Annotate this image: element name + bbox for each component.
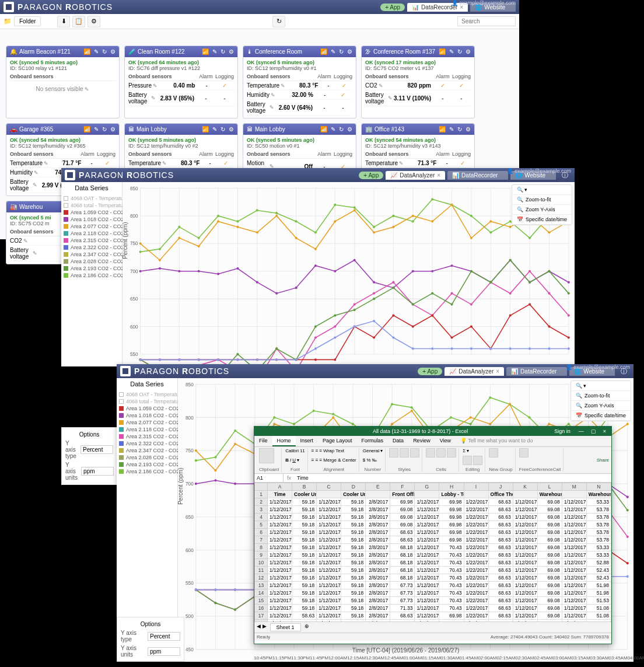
cell-styles-icon[interactable] (410, 448, 419, 458)
zoom-y-button[interactable]: 🔍 Zoom Y-Axis (512, 205, 572, 215)
excel-tab[interactable]: Insert (296, 436, 318, 446)
series-item[interactable]: Area 2.347 CO2 - CO2 (119, 447, 175, 454)
gear-icon[interactable]: ⚙ (466, 48, 471, 55)
gear-icon[interactable]: ⚙ (229, 126, 234, 132)
excel-signin[interactable]: Sign in (550, 428, 575, 434)
series-item[interactable]: Area 2.322 CO2 - CO2 (119, 440, 175, 447)
tool-dropdown[interactable]: 🔍 ▾ (512, 185, 572, 195)
excel-grid[interactable]: ABCDEFGHIJKLMN1TimeCooler Units 4:TimeCo… (254, 483, 611, 621)
format-icon[interactable] (447, 448, 456, 458)
paste-icon[interactable] (259, 448, 274, 463)
specific-datetime-button[interactable]: 📅 Specific date/time (571, 411, 631, 421)
zoom-y-button[interactable]: 🔍 Zoom Y-Axis (571, 401, 631, 411)
series-item[interactable]: Area 2.347 CO2 - CO2 (64, 251, 120, 258)
share-button[interactable]: Share (597, 458, 609, 463)
pencil-icon[interactable]: ✎ (449, 126, 454, 132)
formula-value[interactable]: Time (295, 474, 611, 482)
sheet-nav[interactable]: ◀ ▶ (257, 623, 267, 631)
pencil-icon[interactable]: ✎ (331, 48, 335, 55)
excel-tab[interactable]: Formulas (357, 436, 388, 446)
fx-icon[interactable]: fx (284, 474, 295, 482)
series-item[interactable]: 4068 total - Temperature (64, 202, 120, 209)
zoom-fit-button[interactable]: 🔍 Zoom-to-fit (512, 195, 572, 205)
refresh-icon[interactable]: ↻ (339, 48, 344, 55)
series-item[interactable]: Area 2.315 CO2 - CO2 (64, 237, 120, 244)
series-item[interactable]: Area 1.059 CO2 - CO2 (64, 209, 120, 216)
series-item[interactable]: Area 2.077 CO2 - CO2 (119, 419, 175, 426)
pencil-icon[interactable]: ✎ (162, 160, 167, 166)
tab-datarecorder[interactable]: 📊 DataRecorder × (447, 171, 508, 180)
pencil-icon[interactable]: ✎ (34, 170, 38, 176)
fmt-table-icon[interactable] (400, 448, 409, 458)
excel-tab[interactable]: Home (272, 436, 296, 446)
specific-datetime-button[interactable]: 📅 Specific date/time (512, 215, 572, 225)
gear-icon[interactable]: ⚙ (347, 48, 352, 55)
series-item[interactable]: Area 2.077 CO2 - CO2 (64, 223, 120, 230)
pencil-icon[interactable]: ✎ (23, 238, 28, 244)
excel-titlebar[interactable]: All data (12-31-1969 to 2-8-2017) - Exce… (254, 427, 611, 436)
series-item[interactable]: Area 2.028 CO2 - CO2 (119, 454, 175, 461)
series-item[interactable]: 4068 OAT - Temperature (64, 195, 120, 202)
refresh-icon[interactable]: ↻ (102, 126, 107, 132)
sheet-tab[interactable]: Sheet 1 (270, 623, 301, 631)
pencil-icon[interactable]: ✎ (212, 126, 217, 132)
series-item[interactable]: Area 1.059 CO2 - CO2 (119, 405, 175, 412)
refresh-icon[interactable]: ↻ (220, 48, 225, 55)
pencil-icon[interactable]: ✎ (94, 126, 99, 132)
tell-me-input[interactable]: 💡 Tell me what you want to do (456, 436, 537, 446)
excel-tab[interactable]: Data (388, 436, 408, 446)
series-item[interactable]: Area 2.193 CO2 - CO2 (64, 265, 120, 272)
series-item[interactable]: Area 2.028 CO2 - CO2 (64, 258, 120, 265)
refresh-icon[interactable]: ↻ (220, 126, 225, 132)
delete-icon[interactable] (436, 448, 446, 458)
gear-icon[interactable]: ⚙ (110, 126, 116, 132)
zoom-fit-button[interactable]: 🔍 Zoom-to-fit (571, 391, 631, 401)
series-item[interactable]: Area 1.018 CO2 - CO2 (119, 412, 175, 419)
series-item[interactable]: Area 2.186 CO2 - CO2 (64, 272, 120, 279)
series-item[interactable]: Area 2.118 CO2 - CO2 (64, 230, 120, 237)
refresh-button[interactable]: ↻ (272, 16, 285, 27)
user-email[interactable]: example@example.com (459, 0, 516, 6)
tab-dataanalyzer[interactable]: 📈 DataAnalyzer × (444, 367, 504, 376)
series-item[interactable]: Area 1.018 CO2 - CO2 (64, 216, 120, 223)
excel-tab[interactable]: View (435, 436, 456, 446)
find-icon[interactable] (473, 456, 482, 465)
excel-tab[interactable]: Review (408, 436, 435, 446)
gear-icon[interactable]: ⚙ (229, 48, 234, 55)
download-button[interactable]: ⬇ (57, 16, 70, 27)
pencil-icon[interactable]: ✎ (281, 83, 285, 89)
pencil-icon[interactable]: ✎ (388, 95, 393, 101)
pencil-icon[interactable]: ✎ (33, 182, 37, 188)
yaxis-units-input[interactable] (81, 467, 114, 476)
sort-icon[interactable] (463, 456, 472, 465)
tool-dropdown[interactable]: 🔍 ▾ (571, 381, 631, 391)
series-item[interactable]: Area 2.322 CO2 - CO2 (64, 244, 120, 251)
cond-fmt-icon[interactable] (389, 448, 398, 458)
refresh-icon[interactable]: ↻ (102, 48, 107, 55)
yaxis-type-input[interactable] (80, 445, 113, 454)
newgroup-icon[interactable] (489, 448, 498, 458)
series-item[interactable]: 4068 total - Temperature (119, 398, 175, 405)
add-sheet-button[interactable]: ⊕ (304, 623, 309, 631)
pencil-icon[interactable]: ✎ (449, 48, 454, 55)
refresh-icon[interactable]: ↻ (457, 48, 462, 55)
tab-datarecorder[interactable]: 📊 DataRecorder × (506, 367, 567, 376)
series-item[interactable]: Area 2.193 CO2 - CO2 (119, 461, 175, 468)
pencil-icon[interactable]: ✎ (94, 48, 99, 55)
folder-breadcrumb[interactable]: Folder (14, 16, 41, 26)
pencil-icon[interactable]: ✎ (331, 126, 335, 132)
pencil-icon[interactable]: ✎ (212, 48, 217, 55)
settings-button[interactable]: ⚙ (88, 16, 100, 27)
series-item[interactable]: 4068 OAT - Temperature (119, 391, 175, 398)
pencil-icon[interactable]: ✎ (271, 92, 275, 98)
app-pill[interactable]: + App (380, 4, 405, 11)
search-input[interactable] (457, 16, 516, 26)
window-min-icon[interactable]: — (575, 428, 587, 434)
copy-button[interactable]: 📋 (72, 16, 85, 27)
pencil-icon[interactable]: ✎ (399, 160, 404, 166)
series-item[interactable]: Area 2.315 CO2 - CO2 (119, 433, 175, 440)
pencil-icon[interactable]: ✎ (270, 104, 274, 110)
insert-icon[interactable] (426, 448, 435, 458)
pencil-icon[interactable]: ✎ (44, 160, 48, 166)
cell-reference[interactable]: A1 (254, 474, 284, 482)
